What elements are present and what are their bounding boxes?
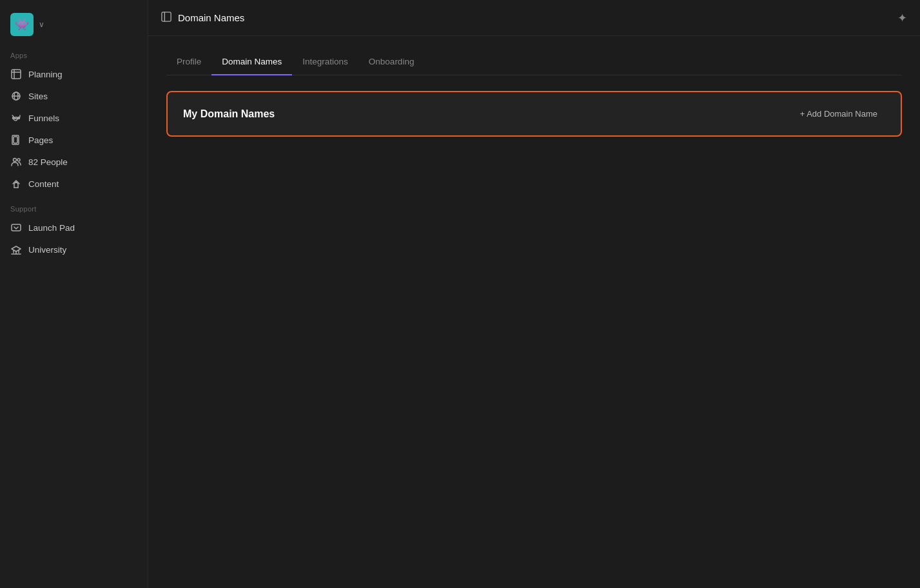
apps-section-label: Apps <box>0 49 148 63</box>
sidebar-item-content[interactable]: Content <box>0 173 148 195</box>
svg-rect-0 <box>12 70 21 79</box>
logo-area[interactable]: 👾 ∨ <box>0 8 148 49</box>
sparkle-icon[interactable]: ✦ <box>897 11 907 25</box>
tab-profile[interactable]: Profile <box>166 52 211 75</box>
topbar: Domain Names ✦ <box>148 0 920 36</box>
tab-integrations[interactable]: Integrations <box>292 52 358 75</box>
svg-rect-17 <box>162 12 171 21</box>
svg-point-7 <box>15 117 17 119</box>
page-content: Profile Domain Names Integrations Onboar… <box>148 36 920 588</box>
sidebar-item-pages[interactable]: Pages <box>0 129 148 151</box>
pages-icon <box>10 134 22 146</box>
university-icon <box>10 244 22 255</box>
svg-point-12 <box>17 159 20 161</box>
topbar-left: Domain Names <box>161 12 244 24</box>
people-icon <box>10 156 22 168</box>
support-section-label: Support <box>0 202 148 217</box>
domain-card-title: My Domain Names <box>183 108 275 120</box>
svg-rect-10 <box>14 137 17 143</box>
page-title: Domain Names <box>178 12 244 23</box>
planning-icon <box>10 68 22 80</box>
sidebar: 👾 ∨ Apps Planning Sites Funnels Pages 82… <box>0 0 148 588</box>
add-domain-name-button[interactable]: + Add Domain Name <box>792 105 885 122</box>
domain-names-card: My Domain Names + Add Domain Name <box>166 91 902 137</box>
tab-domain-names[interactable]: Domain Names <box>211 52 292 75</box>
sidebar-item-launchpad[interactable]: Launch Pad <box>0 217 148 239</box>
sites-icon <box>10 90 22 102</box>
sidebar-item-university[interactable]: University <box>0 239 148 260</box>
sidebar-item-planning[interactable]: Planning <box>0 63 148 85</box>
sidebar-item-funnels[interactable]: Funnels <box>0 107 148 129</box>
sidebar-item-sites[interactable]: Sites <box>0 85 148 107</box>
settings-tabs: Profile Domain Names Integrations Onboar… <box>166 52 902 75</box>
main-content: Domain Names ✦ Profile Domain Names Inte… <box>148 0 920 588</box>
sidebar-toggle-icon[interactable] <box>161 12 171 24</box>
app-logo: 👾 <box>10 13 34 36</box>
svg-rect-14 <box>12 224 21 231</box>
sidebar-item-people[interactable]: 82 People <box>0 151 148 173</box>
tab-onboarding[interactable]: Onboarding <box>358 52 425 75</box>
funnels-icon <box>10 112 22 124</box>
launchpad-icon <box>10 222 22 233</box>
chevron-down-icon: ∨ <box>39 20 44 29</box>
content-icon <box>10 178 22 190</box>
svg-point-11 <box>14 159 17 162</box>
